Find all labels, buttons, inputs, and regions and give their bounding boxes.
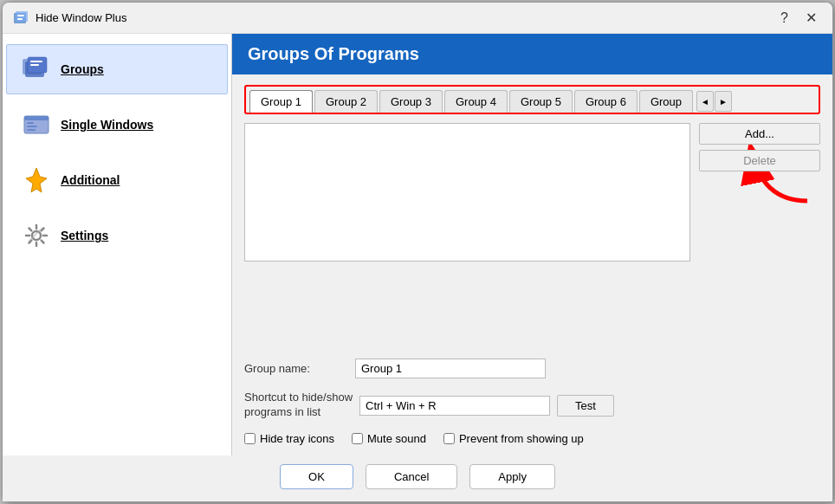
mute-sound-checkbox[interactable]: Mute sound bbox=[352, 432, 426, 445]
tab-prev-button[interactable]: ◄ bbox=[696, 91, 714, 112]
panel-header: Groups Of Programs bbox=[232, 34, 832, 74]
svg-rect-7 bbox=[30, 61, 42, 62]
svg-rect-3 bbox=[17, 18, 23, 20]
sidebar-settings-label: Settings bbox=[61, 229, 108, 242]
tab-group2[interactable]: Group 2 bbox=[314, 90, 378, 113]
mute-sound-input[interactable] bbox=[352, 433, 363, 444]
group-name-input[interactable] bbox=[355, 359, 546, 378]
title-bar-controls: ? ✕ bbox=[775, 8, 822, 28]
prevent-showing-input[interactable] bbox=[443, 433, 455, 444]
tab-next-button[interactable]: ► bbox=[715, 91, 732, 112]
group-name-row: Group name: bbox=[244, 359, 820, 378]
hide-tray-label: Hide tray icons bbox=[260, 432, 334, 445]
hide-tray-checkbox[interactable]: Hide tray icons bbox=[244, 432, 334, 445]
svg-rect-10 bbox=[24, 116, 49, 120]
tab-group3[interactable]: Group 3 bbox=[379, 90, 443, 113]
apply-button[interactable]: Apply bbox=[469, 464, 555, 489]
svg-rect-2 bbox=[17, 15, 24, 16]
add-button[interactable]: Add... bbox=[699, 123, 820, 145]
content-area: Groups Single Windows bbox=[3, 34, 832, 456]
tab-group1[interactable]: Group 1 bbox=[249, 90, 313, 113]
checkboxes-row: Hide tray icons Mute sound Prevent from … bbox=[244, 432, 820, 445]
dialog-window: Hide Window Plus ? ✕ Group bbox=[2, 2, 833, 502]
panel-body: Group 1 Group 2 Group 3 Group 4 Group 5 … bbox=[232, 74, 832, 456]
shortcut-label: Shortcut to hide/showprograms in list bbox=[244, 391, 353, 420]
shortcut-input[interactable] bbox=[359, 396, 550, 416]
cancel-button[interactable]: Cancel bbox=[366, 464, 457, 489]
sidebar-additional-label: Additional bbox=[61, 173, 120, 187]
svg-rect-11 bbox=[27, 122, 34, 124]
title-bar: Hide Window Plus ? ✕ bbox=[3, 3, 832, 34]
svg-rect-8 bbox=[30, 64, 39, 66]
tab-nav-group: ◄ ► bbox=[696, 91, 732, 112]
svg-rect-12 bbox=[27, 126, 37, 127]
close-button[interactable]: ✕ bbox=[800, 8, 822, 28]
programs-list bbox=[244, 123, 690, 262]
prevent-showing-label: Prevent from showing up bbox=[459, 432, 584, 445]
sidebar-item-additional[interactable]: Additional bbox=[6, 155, 228, 205]
groups-icon bbox=[21, 54, 52, 85]
action-buttons-area: Add... Delete bbox=[699, 123, 820, 346]
mute-sound-label: Mute sound bbox=[367, 432, 426, 445]
shortcut-row: Shortcut to hide/showprograms in list Te… bbox=[244, 391, 820, 420]
test-button[interactable]: Test bbox=[557, 395, 614, 417]
app-icon bbox=[13, 10, 29, 26]
prevent-showing-checkbox[interactable]: Prevent from showing up bbox=[443, 432, 584, 445]
window-title: Hide Window Plus bbox=[36, 11, 127, 24]
tabs-container: Group 1 Group 2 Group 3 Group 4 Group 5 … bbox=[244, 85, 820, 114]
additional-icon bbox=[21, 165, 52, 196]
title-bar-left: Hide Window Plus bbox=[13, 10, 127, 26]
svg-point-15 bbox=[32, 231, 41, 240]
tab-group5[interactable]: Group 5 bbox=[509, 90, 573, 113]
sidebar-item-single-windows[interactable]: Single Windows bbox=[6, 100, 228, 150]
bottom-bar: OK Cancel Apply bbox=[3, 456, 832, 501]
hide-tray-input[interactable] bbox=[244, 433, 256, 444]
sidebar-groups-label: Groups bbox=[61, 62, 104, 76]
tab-group4[interactable]: Group 4 bbox=[444, 90, 508, 113]
settings-icon bbox=[21, 220, 52, 251]
main-panel: Groups Of Programs Group 1 Group 2 Group… bbox=[232, 34, 832, 456]
help-button[interactable]: ? bbox=[775, 9, 793, 28]
sidebar-item-settings[interactable]: Settings bbox=[6, 210, 228, 261]
sidebar-item-groups[interactable]: Groups bbox=[6, 44, 228, 94]
delete-button[interactable]: Delete bbox=[699, 150, 820, 171]
sidebar: Groups Single Windows bbox=[3, 34, 232, 456]
ok-button[interactable]: OK bbox=[280, 464, 353, 489]
tab-group7[interactable]: Group bbox=[639, 90, 693, 113]
single-windows-icon bbox=[21, 109, 52, 140]
tab-group6[interactable]: Group 6 bbox=[574, 90, 638, 113]
svg-marker-14 bbox=[26, 168, 47, 192]
group-name-label: Group name: bbox=[244, 362, 348, 375]
svg-rect-13 bbox=[27, 129, 36, 131]
sidebar-windows-label: Single Windows bbox=[61, 118, 153, 132]
group-content: Add... Delete bbox=[244, 123, 820, 346]
